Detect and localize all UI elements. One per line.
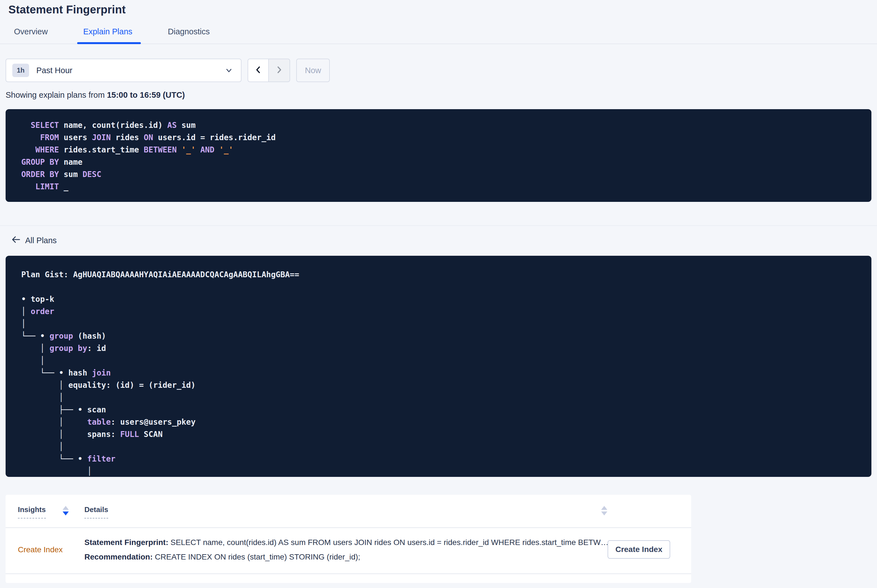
table-row: Create Index Statement Fingerprint: SELE… (6, 528, 691, 573)
insight-details-cell: Statement Fingerprint: SELECT name, coun… (84, 535, 610, 564)
tab-bar: Overview Explain Plans Diagnostics (0, 27, 877, 44)
time-range-badge: 1h (12, 64, 29, 77)
insights-sort-control[interactable] (63, 506, 69, 515)
sort-descending-icon (601, 512, 607, 515)
sort-descending-icon (63, 512, 69, 515)
chevron-left-icon (254, 65, 263, 75)
statement-fingerprint-text: Statement Fingerprint: SELECT name, coun… (84, 535, 610, 550)
all-plans-label: All Plans (25, 236, 57, 245)
chevron-right-icon (275, 65, 284, 75)
recommendation-text: Recommendation: CREATE INDEX ON rides (s… (84, 550, 610, 564)
recommendation-value: CREATE INDEX ON rides (start_time) STORI… (153, 552, 360, 561)
previous-range-button[interactable] (248, 58, 269, 82)
sql-statement-block: SELECT name, count(rides.id) AS sum FROM… (6, 109, 871, 202)
next-range-button[interactable] (269, 58, 290, 82)
statement-fingerprint-value: SELECT name, count(rides.id) AS sum FROM… (168, 538, 610, 547)
sort-ascending-icon (63, 506, 69, 510)
caption-prefix: Showing explain plans from (6, 90, 107, 99)
page-title: Statement Fingerprint (0, 0, 877, 16)
section-divider (0, 225, 877, 226)
caption-time-range: 15:00 to 16:59 (UTC) (107, 90, 185, 99)
tab-overview[interactable]: Overview (14, 27, 48, 44)
tab-explain-plans[interactable]: Explain Plans (83, 27, 132, 44)
now-button[interactable]: Now (296, 58, 330, 82)
column-header-details[interactable]: Details (84, 506, 108, 519)
tab-diagnostics[interactable]: Diagnostics (168, 27, 210, 44)
time-range-label: Past Hour (36, 66, 72, 75)
statement-fingerprint-label: Statement Fingerprint: (84, 538, 168, 547)
time-range-pager (248, 58, 290, 82)
recommendation-label: Recommendation: (84, 552, 153, 561)
details-sort-control[interactable] (601, 506, 607, 515)
time-range-dropdown[interactable]: 1h Past Hour (6, 58, 241, 82)
time-controls: 1h Past Hour (6, 58, 877, 82)
insights-card: Insights Details Create Index Statement … (6, 495, 691, 583)
row-divider (6, 573, 691, 574)
insight-type-link[interactable]: Create Index (18, 545, 63, 554)
column-header-insights[interactable]: Insights (18, 506, 46, 519)
arrow-left-icon (11, 236, 21, 246)
chevron-down-icon (225, 66, 233, 75)
statement-fingerprint-page: Statement Fingerprint Overview Explain P… (0, 0, 877, 588)
sort-ascending-icon (601, 506, 607, 510)
plan-gist-block: Plan Gist: AgHUAQIABQAAAAHYAQIAiAEAAAADC… (6, 256, 871, 477)
create-index-button[interactable]: Create Index (608, 540, 670, 559)
all-plans-link[interactable]: All Plans (11, 236, 57, 246)
insights-table-header: Insights Details (6, 495, 691, 527)
explain-plans-caption: Showing explain plans from 15:00 to 16:5… (6, 90, 877, 100)
